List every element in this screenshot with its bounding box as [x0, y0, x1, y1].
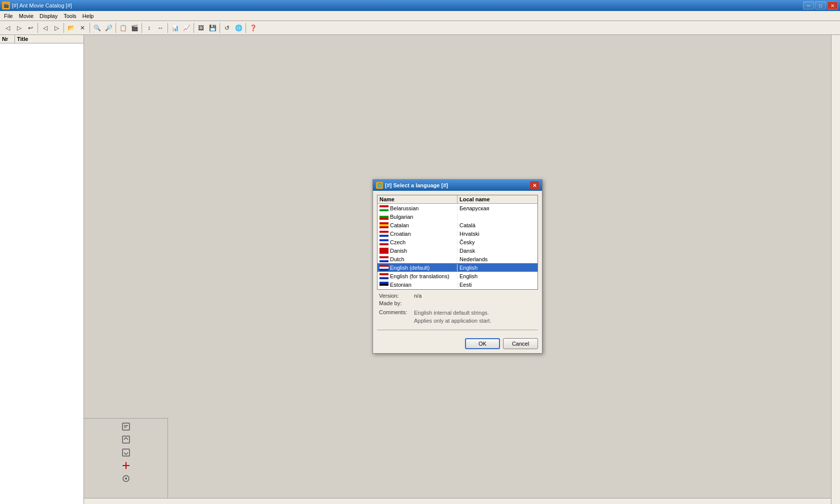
toolbar-btn-18[interactable]: ↺ [222, 22, 232, 33]
comments-row: Comments: English internal default strin… [379, 309, 536, 325]
side-icon-4[interactable] [120, 460, 132, 472]
left-panel: Nr Title [0, 35, 84, 504]
toolbar-sep-6 [168, 23, 168, 33]
side-icon-5[interactable] [120, 473, 132, 485]
menu-bar: File Movie Display Tools Help [0, 11, 840, 21]
svg-rect-11 [380, 222, 388, 228]
version-row: Version: n/a [379, 293, 536, 299]
main-area: Nr Title 🌐 [#] Select a language [#] ✕ [0, 35, 840, 504]
toolbar: ◁ ▷ ↩ ◁ ▷ 📂 ✕ 🔍 🔎 📋 🎬 ↕ ↔ 📊 📈 🖼 💾 ↺ 🌐 ❓ [0, 21, 840, 35]
bottom-icon-panel [84, 418, 168, 498]
toolbar-sep-3 [90, 23, 90, 33]
toolbar-btn-8[interactable]: 🔍 [92, 22, 102, 33]
svg-rect-52 [122, 423, 130, 430]
toolbar-btn-19[interactable]: 🌐 [233, 22, 244, 33]
side-icon-3[interactable] [120, 447, 132, 459]
svg-rect-3 [380, 205, 388, 211]
lang-row-czech[interactable]: CzechČesky [378, 238, 538, 246]
toolbar-btn-7[interactable]: ✕ [77, 22, 88, 33]
window-controls: ─ □ ✕ [803, 1, 838, 9]
side-icon-1[interactable] [120, 421, 132, 433]
table-header: Nr Title [0, 35, 84, 43]
dialog-content: Name Local name BelarussianБеларуская Bu… [373, 191, 542, 336]
svg-rect-27 [380, 256, 388, 262]
content-area: 🌐 [#] Select a language [#] ✕ Name Local… [84, 35, 831, 504]
lang-row-dutch[interactable]: DutchNederlands [378, 255, 538, 263]
close-button[interactable]: ✕ [827, 1, 838, 9]
toolbar-btn-16[interactable]: 🖼 [196, 22, 206, 33]
version-value: n/a [414, 293, 536, 299]
toolbar-btn-13[interactable]: ↔ [155, 22, 166, 33]
toolbar-btn-15[interactable]: 📈 [181, 22, 192, 33]
movie-list[interactable] [0, 43, 84, 504]
lang-row-finnish[interactable]: FinnishSuomi [378, 289, 538, 289]
menu-display[interactable]: Display [36, 12, 60, 20]
toolbar-btn-3[interactable]: ↩ [25, 22, 36, 33]
toolbar-btn-10[interactable]: 📋 [118, 22, 128, 33]
info-section: Version: n/a Made by: Comments: English … [377, 290, 538, 328]
app-icon: 🎬 [2, 1, 10, 9]
dialog-title: [#] Select a language [#] [385, 182, 530, 188]
svg-rect-19 [380, 239, 388, 245]
status-bar [84, 498, 831, 504]
toolbar-sep-9 [246, 23, 246, 33]
ok-button[interactable]: OK [465, 338, 500, 349]
app-title: [#] Ant Movie Catalog [#] [12, 2, 803, 8]
svg-rect-35 [380, 273, 388, 279]
lang-row-estonian[interactable]: EstonianEesti [378, 280, 538, 289]
title-bar: 🎬 [#] Ant Movie Catalog [#] ─ □ ✕ [0, 0, 840, 11]
col-title-header: Title [15, 35, 84, 43]
svg-rect-39 [380, 282, 388, 288]
maximize-button[interactable]: □ [815, 1, 826, 9]
lang-row-english--default-[interactable]: English (default)English [378, 263, 538, 272]
toolbar-btn-11[interactable]: 🎬 [129, 22, 140, 33]
toolbar-btn-2[interactable]: ▷ [14, 22, 24, 33]
toolbar-btn-5[interactable]: ▷ [51, 22, 62, 33]
lang-list-header: Name Local name [378, 195, 538, 204]
comments-value: English internal default strings.Applies… [414, 309, 536, 325]
dialog-titlebar: 🌐 [#] Select a language [#] ✕ [373, 180, 542, 191]
toolbar-sep-5 [142, 23, 142, 33]
toolbar-btn-20[interactable]: ❓ [248, 22, 258, 33]
lang-row-belarussian[interactable]: BelarussianБеларуская [378, 204, 538, 212]
madeby-label: Made by: [379, 300, 414, 306]
lang-row-english--for-translations-[interactable]: English (for translations)English [378, 272, 538, 280]
version-label: Version: [379, 293, 414, 299]
toolbar-btn-17[interactable]: 💾 [207, 22, 218, 33]
dialog-buttons: OK Cancel [373, 336, 542, 353]
select-language-dialog: 🌐 [#] Select a language [#] ✕ Name Local… [372, 179, 542, 354]
lang-row-danish[interactable]: DanishDansk [378, 246, 538, 255]
toolbar-btn-4[interactable]: ◁ [40, 22, 50, 33]
madeby-row: Made by: [379, 300, 536, 306]
toolbar-sep-4 [116, 23, 116, 33]
language-list[interactable]: Name Local name BelarussianБеларуская Bu… [378, 195, 538, 289]
minimize-button[interactable]: ─ [803, 1, 814, 9]
menu-tools[interactable]: Tools [60, 12, 80, 20]
toolbar-sep-7 [194, 23, 194, 33]
toolbar-btn-9[interactable]: 🔎 [103, 22, 114, 33]
svg-rect-7 [380, 214, 388, 220]
toolbar-btn-6[interactable]: 📂 [66, 22, 76, 33]
menu-file[interactable]: File [1, 12, 16, 20]
side-icon-2[interactable] [120, 434, 132, 446]
svg-rect-31 [380, 265, 388, 271]
dialog-close-button[interactable]: ✕ [530, 181, 539, 189]
language-list-container: Name Local name BelarussianБеларуская Bu… [377, 195, 538, 290]
right-panel[interactable] [831, 35, 840, 504]
menu-help[interactable]: Help [80, 12, 97, 20]
lang-row-croatian[interactable]: CroatianHrvatski [378, 229, 538, 238]
menu-movie[interactable]: Movie [16, 12, 36, 20]
toolbar-btn-1[interactable]: ◁ [2, 22, 13, 33]
svg-rect-15 [380, 231, 388, 237]
toolbar-btn-12[interactable]: ↕ [144, 22, 154, 33]
cancel-button[interactable]: Cancel [503, 338, 538, 349]
lang-row-catalan[interactable]: CatalanCatalà [378, 221, 538, 229]
svg-point-60 [125, 478, 127, 480]
madeby-value [414, 300, 536, 306]
dialog-divider [377, 330, 538, 330]
lang-row-bulgarian[interactable]: Bulgarian [378, 212, 538, 221]
col-nr-header: Nr [0, 35, 15, 43]
svg-rect-23 [380, 248, 388, 254]
toolbar-btn-14[interactable]: 📊 [170, 22, 180, 33]
toolbar-sep-8 [220, 23, 220, 33]
